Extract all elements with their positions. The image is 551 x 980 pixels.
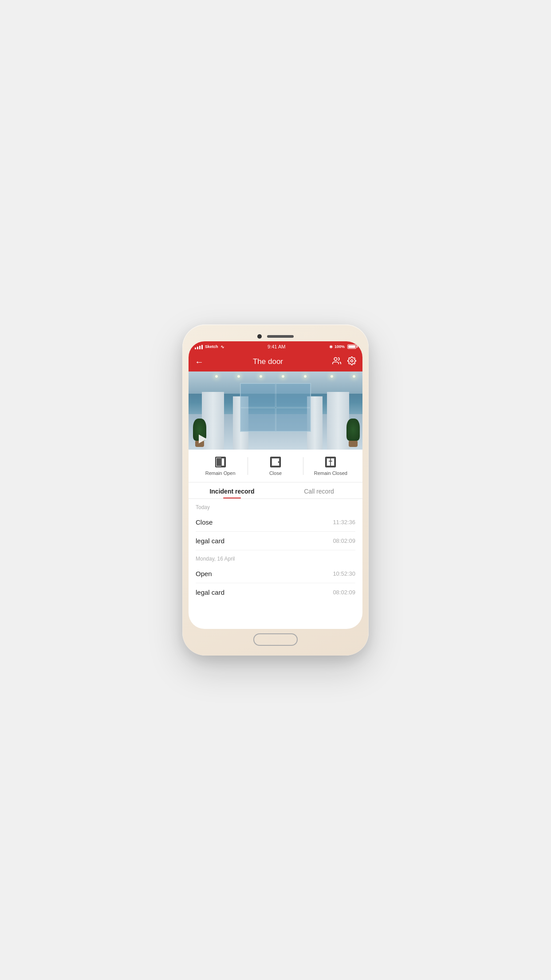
close-icon: [269, 456, 282, 468]
battery-icon: [347, 344, 356, 349]
tab-call-record[interactable]: Call record: [276, 482, 362, 498]
page-title: The door: [204, 357, 332, 366]
remain-open-icon: [214, 456, 227, 468]
glass-doors: [240, 383, 311, 432]
signal-icon: [195, 344, 203, 349]
status-right: ✱ 100%: [329, 344, 356, 349]
phone-device: Sketch ∿ 9:41 AM ✱ 100% ← The door: [182, 324, 369, 656]
ceiling-light-5: [304, 375, 307, 378]
signal-bar-4: [201, 345, 203, 349]
door-panel-4: [276, 408, 311, 432]
record-name: legal card: [196, 537, 224, 545]
date-monday: Monday, 16 April: [196, 550, 355, 565]
remain-open-control[interactable]: Remain Open: [193, 456, 248, 476]
svg-rect-4: [221, 458, 224, 466]
door-controls-row: Remain Open Close: [189, 450, 362, 482]
record-time: 11:32:36: [333, 519, 355, 526]
close-control[interactable]: Close: [248, 456, 303, 476]
svg-point-1: [351, 360, 353, 362]
close-label: Close: [269, 470, 282, 476]
ceiling-light-2: [237, 375, 240, 378]
plant-leaves-right: [346, 419, 360, 441]
phone-screen: Sketch ∿ 9:41 AM ✱ 100% ← The door: [189, 341, 362, 629]
settings-icon[interactable]: [347, 356, 356, 368]
bluetooth-icon: ✱: [329, 344, 333, 349]
carrier-label: Sketch: [205, 344, 218, 349]
svg-point-7: [278, 462, 279, 463]
person-icon[interactable]: [332, 356, 341, 368]
records-list: Today Close 11:32:36 legal card 08:02:09…: [189, 499, 362, 629]
speaker-bar: [267, 335, 294, 338]
ceiling-light-1: [215, 375, 218, 378]
remain-closed-label: Remain Closed: [314, 470, 347, 476]
nav-actions: [332, 356, 356, 368]
door-panel-3: [240, 408, 276, 432]
play-button[interactable]: [197, 433, 209, 445]
remain-closed-icon: [324, 456, 337, 468]
ceiling-light-3: [260, 375, 262, 378]
remain-open-label: Remain Open: [205, 470, 236, 476]
door-grid: [240, 383, 311, 431]
plant-pot-right: [349, 441, 358, 447]
door-panel-1: [240, 383, 276, 407]
tab-call-label: Call record: [304, 488, 334, 495]
camera-view: [189, 371, 362, 450]
remain-closed-control[interactable]: Remain Closed: [303, 456, 358, 476]
battery-percent: 100%: [335, 344, 345, 349]
record-time: 08:02:09: [333, 589, 355, 596]
ceiling-light-4: [282, 375, 284, 378]
home-bar[interactable]: [253, 633, 298, 646]
battery-fill: [348, 345, 355, 348]
record-name: Open: [196, 570, 212, 577]
phone-bottom: [253, 629, 298, 649]
svg-point-0: [334, 357, 337, 360]
play-triangle-icon: [199, 435, 207, 443]
nav-bar: ← The door: [189, 352, 362, 371]
status-left: Sketch ∿: [195, 344, 224, 349]
signal-bar-1: [195, 348, 196, 349]
ceiling-light-7: [353, 375, 355, 378]
svg-rect-3: [216, 458, 221, 466]
wifi-icon: ∿: [220, 344, 224, 349]
record-time: 10:52:30: [333, 570, 355, 577]
record-time: 08:02:09: [333, 537, 355, 544]
record-name: Close: [196, 518, 213, 526]
date-today: Today: [196, 499, 355, 513]
door-panel-2: [276, 383, 311, 407]
record-item[interactable]: legal card 08:02:09: [196, 532, 355, 550]
tabs-row: Incident record Call record: [189, 482, 362, 499]
record-item[interactable]: Open 10:52:30: [196, 565, 355, 583]
ceiling-light-6: [331, 375, 333, 378]
status-time: 9:41 AM: [268, 344, 285, 349]
plant-right: [346, 419, 360, 445]
camera-dot: [257, 334, 262, 339]
tab-underline: [223, 498, 241, 498]
status-bar: Sketch ∿ 9:41 AM ✱ 100%: [189, 341, 362, 352]
signal-bar-3: [199, 346, 201, 349]
record-item[interactable]: legal card 08:02:09: [196, 583, 355, 601]
record-name: legal card: [196, 589, 224, 596]
column-right: [327, 392, 349, 450]
signal-bar-2: [197, 347, 198, 349]
phone-notch: [189, 331, 362, 341]
back-button[interactable]: ←: [195, 357, 204, 367]
tab-incident-record[interactable]: Incident record: [189, 482, 276, 498]
record-item[interactable]: Close 11:32:36: [196, 513, 355, 532]
tab-incident-label: Incident record: [209, 488, 254, 495]
